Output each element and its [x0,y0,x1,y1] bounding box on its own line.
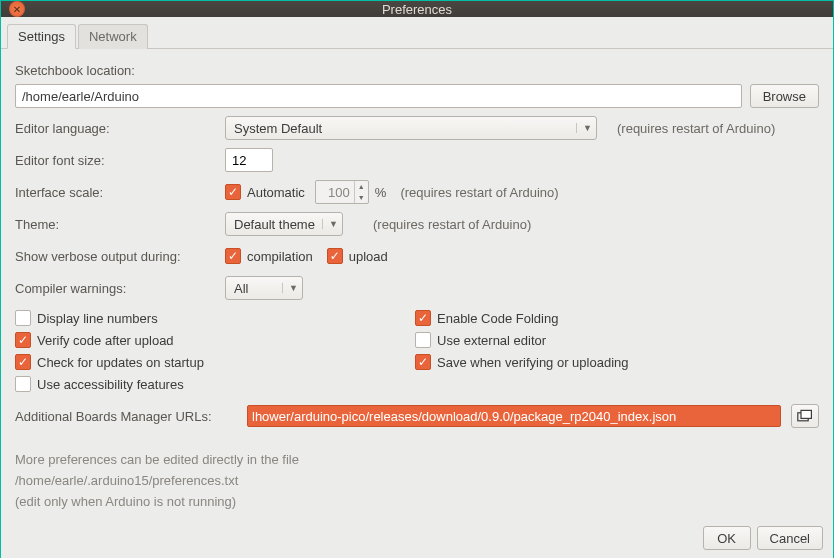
display-line-numbers-checkbox[interactable] [15,310,31,326]
editor-language-select[interactable]: System Default ▼ [225,116,597,140]
verbose-upload-checkbox[interactable] [327,248,343,264]
check-updates-checkbox[interactable] [15,354,31,370]
window-body: Settings Network Sketchbook location: Br… [0,17,834,558]
theme-value: Default theme [234,217,315,232]
more-prefs-text: More preferences can be edited directly … [15,450,819,471]
spinner-down-icon[interactable]: ▼ [355,192,368,203]
restart-hint-scale: (requires restart of Arduino) [400,185,558,200]
enable-code-folding-label[interactable]: Enable Code Folding [437,311,558,326]
enable-code-folding-checkbox[interactable] [415,310,431,326]
verbose-compilation-label[interactable]: compilation [247,249,313,264]
tab-settings[interactable]: Settings [7,24,76,49]
editor-language-label: Editor language: [15,121,225,136]
spinner-up-icon[interactable]: ▲ [355,181,368,192]
check-updates-label[interactable]: Check for updates on startup [37,355,204,370]
footer-note: More preferences can be edited directly … [15,450,819,512]
restart-hint-lang: (requires restart of Arduino) [617,121,775,136]
accessibility-label[interactable]: Use accessibility features [37,377,184,392]
verify-after-upload-checkbox[interactable] [15,332,31,348]
dialog-buttons: OK Cancel [1,520,833,558]
verbose-upload-label[interactable]: upload [349,249,388,264]
chevron-down-icon: ▼ [576,123,592,133]
compiler-warnings-label: Compiler warnings: [15,281,225,296]
theme-select[interactable]: Default theme ▼ [225,212,343,236]
save-when-checkbox[interactable] [415,354,431,370]
additional-urls-input[interactable] [247,405,781,427]
restart-hint-theme: (requires restart of Arduino) [373,217,531,232]
theme-label: Theme: [15,217,225,232]
window-title: Preferences [1,2,833,17]
edit-urls-button[interactable] [791,404,819,428]
editor-language-value: System Default [234,121,322,136]
use-external-editor-checkbox[interactable] [415,332,431,348]
additional-urls-label: Additional Boards Manager URLs: [15,409,247,424]
svg-rect-1 [801,410,811,418]
windows-icon [797,409,813,423]
titlebar: ✕ Preferences [0,0,834,17]
interface-scale-label: Interface scale: [15,185,225,200]
interface-scale-spinner[interactable]: ▲▼ [315,180,369,204]
display-line-numbers-label[interactable]: Display line numbers [37,311,158,326]
font-size-input[interactable] [225,148,273,172]
ok-button[interactable]: OK [703,526,751,550]
save-when-label[interactable]: Save when verifying or uploading [437,355,629,370]
automatic-scale-checkbox[interactable] [225,184,241,200]
font-size-label: Editor font size: [15,153,225,168]
compiler-warnings-value: All [234,281,248,296]
compiler-warnings-select[interactable]: All ▼ [225,276,303,300]
edit-only-text: (edit only when Arduino is not running) [15,492,819,513]
verbose-label: Show verbose output during: [15,249,225,264]
sketchbook-input[interactable] [15,84,742,108]
verify-after-upload-label[interactable]: Verify code after upload [37,333,174,348]
settings-panel: Sketchbook location: Browse Editor langu… [1,49,833,520]
tab-bar: Settings Network [1,17,833,49]
tab-network[interactable]: Network [78,24,148,49]
accessibility-checkbox[interactable] [15,376,31,392]
verbose-compilation-checkbox[interactable] [225,248,241,264]
interface-scale-value[interactable] [316,181,354,203]
use-external-editor-label[interactable]: Use external editor [437,333,546,348]
automatic-scale-label[interactable]: Automatic [247,185,305,200]
chevron-down-icon: ▼ [322,219,338,229]
percent-label: % [375,185,387,200]
chevron-down-icon: ▼ [282,283,298,293]
prefs-path-text: /home/earle/.arduino15/preferences.txt [15,471,819,492]
close-button[interactable]: ✕ [9,1,25,17]
browse-button[interactable]: Browse [750,84,819,108]
sketchbook-label: Sketchbook location: [15,63,819,78]
cancel-button[interactable]: Cancel [757,526,823,550]
